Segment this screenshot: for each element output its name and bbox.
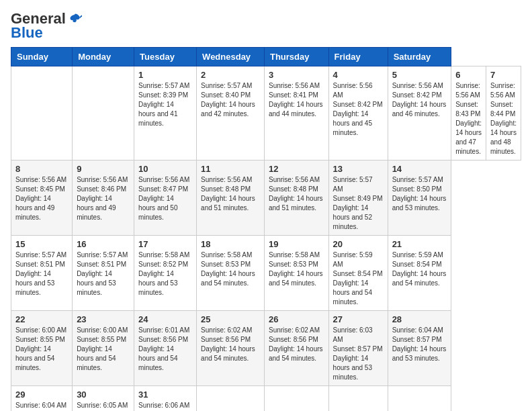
calendar-cell: 4 Sunrise: 5:56 AM Sunset: 8:42 PM Dayli… — [328, 66, 388, 161]
day-number: 20 — [333, 239, 384, 249]
calendar-cell: 22 Sunrise: 6:00 AM Sunset: 8:55 PM Dayl… — [11, 311, 73, 386]
day-info: Sunrise: 5:57 AM Sunset: 8:40 PM Dayligh… — [201, 81, 260, 119]
page-header: General Blue — [11, 11, 521, 42]
calendar-cell: 1 Sunrise: 5:57 AM Sunset: 8:39 PM Dayli… — [134, 66, 197, 161]
day-number: 31 — [138, 390, 192, 400]
calendar-cell: 9 Sunrise: 5:56 AM Sunset: 8:46 PM Dayli… — [73, 161, 134, 236]
day-info: Sunrise: 6:02 AM Sunset: 8:56 PM Dayligh… — [269, 326, 324, 363]
day-number: 4 — [333, 70, 384, 80]
calendar-week-row: 29 Sunrise: 6:04 AM Sunset: 8:57 PM Dayl… — [11, 386, 521, 411]
day-number: 12 — [269, 164, 324, 174]
calendar-table: SundayMondayTuesdayWednesdayThursdayFrid… — [11, 47, 521, 411]
day-number: 30 — [77, 390, 130, 400]
calendar-cell: 28 Sunrise: 6:04 AM Sunset: 8:57 PM Dayl… — [388, 311, 451, 386]
day-info: Sunrise: 6:01 AM Sunset: 8:56 PM Dayligh… — [138, 326, 192, 373]
day-number: 19 — [269, 239, 324, 249]
day-info: Sunrise: 6:04 AM Sunset: 8:57 PM Dayligh… — [392, 326, 447, 363]
day-info: Sunrise: 5:59 AM Sunset: 8:54 PM Dayligh… — [333, 250, 384, 307]
day-number: 24 — [138, 314, 192, 324]
day-number: 10 — [138, 164, 192, 174]
day-number: 2 — [201, 70, 260, 80]
calendar-week-row: 8 Sunrise: 5:56 AM Sunset: 8:45 PM Dayli… — [11, 161, 521, 236]
day-info: Sunrise: 6:02 AM Sunset: 8:56 PM Dayligh… — [201, 326, 260, 363]
calendar-cell: 17 Sunrise: 5:58 AM Sunset: 8:52 PM Dayl… — [134, 236, 197, 311]
calendar-cell: 25 Sunrise: 6:02 AM Sunset: 8:56 PM Dayl… — [197, 311, 265, 386]
calendar-cell: 10 Sunrise: 5:56 AM Sunset: 8:47 PM Dayl… — [134, 161, 197, 236]
day-number: 6 — [455, 70, 482, 80]
day-number: 22 — [15, 314, 68, 324]
weekday-header-friday: Friday — [328, 48, 388, 66]
day-number: 28 — [392, 314, 447, 324]
day-info: Sunrise: 5:56 AM Sunset: 8:42 PM Dayligh… — [392, 81, 447, 119]
calendar-cell: 6 Sunrise: 5:56 AM Sunset: 8:43 PM Dayli… — [451, 66, 486, 161]
day-info: Sunrise: 5:57 AM Sunset: 8:50 PM Dayligh… — [392, 175, 447, 213]
day-info: Sunrise: 6:03 AM Sunset: 8:57 PM Dayligh… — [333, 326, 384, 382]
calendar-cell: 23 Sunrise: 6:00 AM Sunset: 8:55 PM Dayl… — [73, 311, 134, 386]
weekday-header-monday: Monday — [73, 48, 134, 66]
calendar-cell: 2 Sunrise: 5:57 AM Sunset: 8:40 PM Dayli… — [197, 66, 265, 161]
day-info: Sunrise: 5:58 AM Sunset: 8:52 PM Dayligh… — [138, 250, 192, 298]
calendar-cell: 15 Sunrise: 5:57 AM Sunset: 8:51 PM Dayl… — [11, 236, 73, 311]
day-number: 15 — [15, 239, 68, 249]
calendar-cell: 26 Sunrise: 6:02 AM Sunset: 8:56 PM Dayl… — [264, 311, 328, 386]
day-info: Sunrise: 5:57 AM Sunset: 8:51 PM Dayligh… — [77, 250, 130, 298]
calendar-week-row: 1 Sunrise: 5:57 AM Sunset: 8:39 PM Dayli… — [11, 66, 521, 161]
day-number: 7 — [490, 70, 517, 80]
day-info: Sunrise: 5:56 AM Sunset: 8:41 PM Dayligh… — [269, 81, 324, 119]
calendar-cell: 24 Sunrise: 6:01 AM Sunset: 8:56 PM Dayl… — [134, 311, 197, 386]
calendar-cell: 29 Sunrise: 6:04 AM Sunset: 8:57 PM Dayl… — [11, 386, 73, 411]
calendar-cell — [73, 66, 134, 161]
day-info: Sunrise: 6:05 AM Sunset: 8:57 PM Dayligh… — [77, 401, 130, 411]
day-number: 17 — [138, 239, 192, 249]
calendar-cell — [264, 386, 328, 411]
day-info: Sunrise: 6:04 AM Sunset: 8:57 PM Dayligh… — [15, 401, 68, 411]
day-info: Sunrise: 5:56 AM Sunset: 8:48 PM Dayligh… — [269, 175, 324, 213]
day-info: Sunrise: 5:56 AM Sunset: 8:44 PM Dayligh… — [490, 81, 517, 156]
calendar-cell: 21 Sunrise: 5:59 AM Sunset: 8:54 PM Dayl… — [388, 236, 451, 311]
calendar-cell: 14 Sunrise: 5:57 AM Sunset: 8:50 PM Dayl… — [388, 161, 451, 236]
day-info: Sunrise: 6:00 AM Sunset: 8:55 PM Dayligh… — [77, 326, 130, 373]
day-info: Sunrise: 5:56 AM Sunset: 8:45 PM Dayligh… — [15, 175, 68, 222]
day-number: 3 — [269, 70, 324, 80]
weekday-header-thursday: Thursday — [264, 48, 328, 66]
weekday-header-saturday: Saturday — [388, 48, 451, 66]
day-info: Sunrise: 5:56 AM Sunset: 8:42 PM Dayligh… — [333, 81, 384, 138]
calendar-cell: 18 Sunrise: 5:58 AM Sunset: 8:53 PM Dayl… — [197, 236, 265, 311]
day-number: 25 — [201, 314, 260, 324]
day-number: 29 — [15, 390, 68, 400]
day-info: Sunrise: 5:59 AM Sunset: 8:54 PM Dayligh… — [392, 250, 447, 288]
weekday-header-tuesday: Tuesday — [134, 48, 197, 66]
day-info: Sunrise: 5:57 AM Sunset: 8:39 PM Dayligh… — [138, 81, 192, 128]
calendar-cell: 7 Sunrise: 5:56 AM Sunset: 8:44 PM Dayli… — [486, 66, 521, 161]
day-info: Sunrise: 5:57 AM Sunset: 8:49 PM Dayligh… — [333, 175, 384, 232]
calendar-week-row: 22 Sunrise: 6:00 AM Sunset: 8:55 PM Dayl… — [11, 311, 521, 386]
day-number: 14 — [392, 164, 447, 174]
calendar-cell — [197, 386, 265, 411]
calendar-cell: 8 Sunrise: 5:56 AM Sunset: 8:45 PM Dayli… — [11, 161, 73, 236]
day-info: Sunrise: 5:56 AM Sunset: 8:47 PM Dayligh… — [138, 175, 192, 222]
day-info: Sunrise: 5:56 AM Sunset: 8:46 PM Dayligh… — [77, 175, 130, 222]
calendar-week-row: 15 Sunrise: 5:57 AM Sunset: 8:51 PM Dayl… — [11, 236, 521, 311]
weekday-header-sunday: Sunday — [11, 48, 73, 66]
day-number: 26 — [269, 314, 324, 324]
day-info: Sunrise: 5:58 AM Sunset: 8:53 PM Dayligh… — [269, 250, 324, 288]
day-number: 23 — [77, 314, 130, 324]
calendar-cell — [388, 386, 451, 411]
day-info: Sunrise: 5:56 AM Sunset: 8:43 PM Dayligh… — [455, 81, 482, 156]
logo: General Blue — [11, 11, 82, 42]
calendar-cell: 20 Sunrise: 5:59 AM Sunset: 8:54 PM Dayl… — [328, 236, 388, 311]
day-number: 9 — [77, 164, 130, 174]
day-number: 1 — [138, 70, 192, 80]
calendar-cell: 11 Sunrise: 5:56 AM Sunset: 8:48 PM Dayl… — [197, 161, 265, 236]
weekday-header-wednesday: Wednesday — [197, 48, 265, 66]
day-info: Sunrise: 5:57 AM Sunset: 8:51 PM Dayligh… — [15, 250, 68, 298]
day-number: 16 — [77, 239, 130, 249]
logo-bird-icon — [69, 12, 82, 26]
calendar-cell — [11, 66, 73, 161]
day-number: 27 — [333, 314, 384, 324]
day-number: 8 — [15, 164, 68, 174]
calendar-cell: 13 Sunrise: 5:57 AM Sunset: 8:49 PM Dayl… — [328, 161, 388, 236]
calendar-cell: 31 Sunrise: 6:06 AM Sunset: 8:58 PM Dayl… — [134, 386, 197, 411]
calendar-cell: 19 Sunrise: 5:58 AM Sunset: 8:53 PM Dayl… — [264, 236, 328, 311]
logo-blue-text: Blue — [11, 24, 43, 42]
